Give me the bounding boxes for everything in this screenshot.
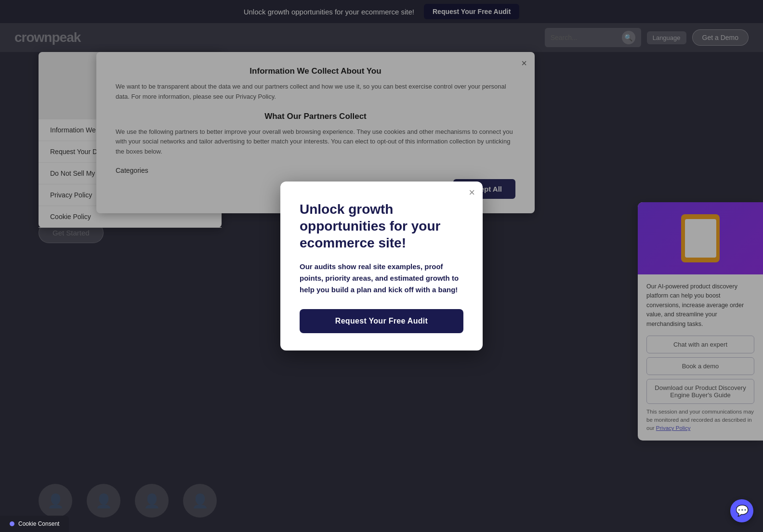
modal-title: Unlock growth opportunities for your eco…	[300, 201, 463, 251]
cookie-bottom-bar: Cookie Consent	[0, 516, 69, 532]
chat-icon: 💬	[736, 505, 749, 517]
main-modal: × Unlock growth opportunities for your e…	[280, 182, 483, 350]
modal-cta-button[interactable]: Request Your Free Audit	[300, 309, 463, 333]
cookie-bar-label: Cookie Consent	[18, 520, 59, 527]
cookie-dot-icon	[10, 521, 14, 526]
modal-overlay: × Unlock growth opportunities for your e…	[0, 0, 763, 532]
modal-description: Our audits show real site examples, proo…	[300, 261, 463, 296]
chat-bubble-button[interactable]: 💬	[730, 499, 753, 522]
modal-close-button[interactable]: ×	[469, 187, 475, 198]
